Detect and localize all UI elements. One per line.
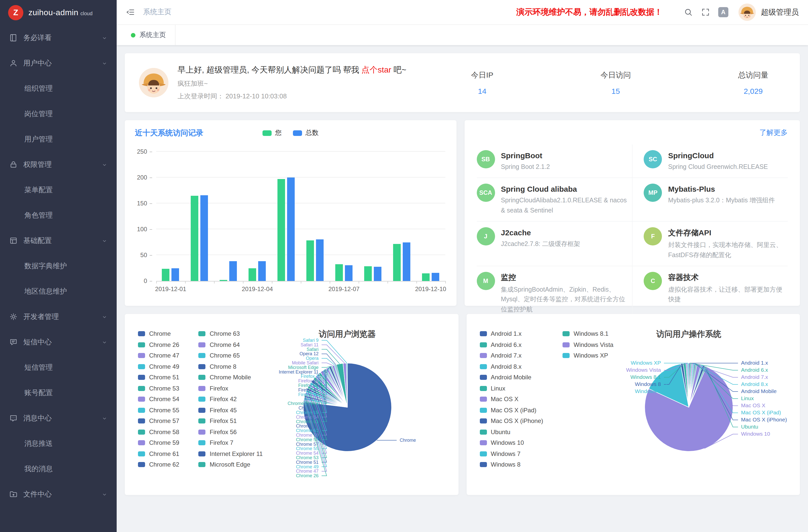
legend-item[interactable]: Chrome (138, 331, 179, 336)
legend-label: 您 (275, 128, 282, 137)
sidebar-item[interactable]: 角色管理 (0, 203, 117, 228)
legend-item[interactable]: Android 8.x (480, 364, 543, 369)
legend-label: Chrome 63 (210, 330, 240, 337)
legend-swatch (199, 418, 206, 423)
legend-item[interactable]: Chrome 61 (138, 451, 179, 456)
legend-item[interactable]: Chrome 62 (138, 462, 179, 467)
brand-logo[interactable]: Z zuihou-admincloud (0, 0, 117, 25)
legend-item[interactable]: Chrome 55 (138, 407, 179, 412)
legend-item[interactable]: Windows Vista (563, 342, 613, 347)
legend-item[interactable]: Chrome 8 (199, 364, 263, 369)
sidebar-item[interactable]: 基础配置 (0, 228, 117, 254)
legend-item[interactable]: Firefox 7 (199, 440, 263, 445)
legend-item[interactable]: Mac OS X (iPhone) (480, 418, 543, 423)
legend-item[interactable]: Internet Explorer 11 (199, 451, 263, 456)
feature-item[interactable]: SCASpring Cloud alibabaSpringCloudAlibab… (477, 178, 632, 222)
legend-item[interactable]: Android Mobile (480, 375, 543, 380)
legend-item[interactable]: Chrome 63 (199, 331, 263, 336)
legend-item[interactable]: Android 1.x (480, 331, 543, 336)
pie-label-line (321, 363, 333, 365)
sidebar-item[interactable]: 消息中心 (0, 406, 117, 431)
star-link[interactable]: 点个star (362, 65, 391, 74)
fullscreen-icon[interactable] (701, 7, 710, 17)
user-menu[interactable]: 超级管理员 (738, 3, 799, 21)
feature-text: SpringCloudSpring Cloud Greenwich.RELEAS… (668, 150, 768, 172)
sidebar-item[interactable]: 权限管理 (0, 152, 117, 178)
tab-home[interactable]: 系统主页 (122, 25, 176, 45)
legend-swatch (480, 407, 487, 412)
legend-item[interactable]: Firefox 45 (199, 407, 263, 412)
legend-item[interactable]: Android 6.x (480, 342, 543, 347)
search-icon[interactable] (684, 7, 693, 17)
legend-item[interactable]: Chrome Mobile (199, 375, 263, 380)
legend-label: Chrome 55 (149, 406, 179, 414)
legend-item[interactable]: Firefox 56 (199, 429, 263, 434)
legend-item[interactable]: Windows 10 (480, 440, 543, 445)
sidebar-item[interactable]: 文件中心 (0, 482, 117, 507)
greeting-subtitle: 疯狂加班~ (178, 79, 406, 88)
legend-item[interactable]: Chrome 58 (138, 429, 179, 434)
sidebar-item[interactable]: 岗位管理 (0, 102, 117, 127)
legend-item[interactable]: Chrome 64 (199, 342, 263, 347)
legend-item[interactable]: Chrome 54 (138, 397, 179, 402)
legend-item[interactable]: 您 (262, 128, 282, 137)
sms-icon (9, 338, 18, 347)
feature-item[interactable]: MPMybatis-PlusMybatis-plus 3.2.0：Mybatis… (632, 178, 788, 222)
legend-item[interactable]: Chrome 26 (138, 342, 179, 347)
legend-item[interactable]: Chrome 57 (138, 418, 179, 423)
sidebar-item[interactable]: 账号配置 (0, 380, 117, 406)
sidebar-item[interactable]: 我的消息 (0, 456, 117, 482)
sidebar-item-label: 务必详看 (23, 34, 52, 42)
feature-item[interactable]: SBSpringBootSpring Boot 2.1.2 (477, 145, 632, 178)
legend-label: Mac OS X (iPad) (491, 406, 536, 414)
legend-item[interactable]: Mac OS X (iPad) (480, 407, 543, 412)
legend-item[interactable]: Android 7.x (480, 353, 543, 358)
legend-item[interactable]: Windows 8.1 (563, 331, 613, 336)
main-column: 系统主页 演示环境维护不易，请勿乱删乱改数据！ A 超级管理员 系统主页 (117, 0, 808, 532)
sidebar-item[interactable]: 菜单配置 (0, 178, 117, 203)
feature-item[interactable]: C容器技术虚拟化容器技术，让迁移、部署更加方便快捷 (632, 266, 788, 320)
legend-item[interactable]: Ubuntu (480, 429, 543, 434)
legend-item[interactable]: 总数 (293, 128, 319, 137)
legend-item[interactable]: Firefox (199, 386, 263, 391)
feature-item[interactable]: M监控集成SpringBootAdmin、Zipkin、Redis、Mysql、… (477, 266, 632, 320)
legend-item[interactable]: Chrome 59 (138, 440, 179, 445)
legend-item[interactable]: Windows 8 (480, 462, 543, 467)
stat: 总访问量2,029 (738, 70, 768, 95)
feature-desc: 虚拟化容器技术，让迁移、部署更加方便快捷 (668, 285, 783, 305)
sidebar-item[interactable]: 短信管理 (0, 355, 117, 380)
feature-item[interactable]: F文件存储API封装文件接口，实现本地存储、阿里云、FastDFS存储的配置化 (632, 222, 788, 266)
sidebar-item[interactable]: 用户管理 (0, 127, 117, 152)
feature-item[interactable]: JJ2cacheJ2cache2.7.8: 二级缓存框架 (477, 222, 632, 266)
feature-badge: M (477, 272, 495, 290)
learn-more-link[interactable]: 了解更多 (759, 128, 788, 137)
sidebar-item[interactable]: 短信中心 (0, 330, 117, 355)
legend-item[interactable]: Firefox 51 (199, 418, 263, 423)
legend-swatch (563, 353, 570, 358)
sidebar-item[interactable]: 数据字典维护 (0, 254, 117, 279)
sidebar-item[interactable]: 开发者管理 (0, 304, 117, 330)
sidebar-item[interactable]: 消息推送 (0, 431, 117, 456)
legend-item[interactable]: Microsoft Edge (199, 462, 263, 467)
legend-item[interactable]: Windows 7 (480, 451, 543, 456)
legend-item[interactable]: Linux (480, 386, 543, 391)
legend-item[interactable]: Chrome 65 (199, 353, 263, 358)
legend-item[interactable]: Windows XP (563, 353, 613, 358)
legend-item[interactable]: Firefox 42 (199, 397, 263, 402)
sidebar-item-label: 菜单配置 (24, 186, 53, 195)
sidebar-item[interactable]: 务必详看 (0, 25, 117, 51)
feature-title: Mybatis-Plus (668, 185, 775, 194)
font-size-icon[interactable]: A (718, 7, 728, 17)
breadcrumb[interactable]: 系统主页 (143, 7, 171, 17)
legend-item[interactable]: Chrome 51 (138, 375, 179, 380)
legend-item[interactable]: Chrome 49 (138, 364, 179, 369)
collapse-sidebar-icon[interactable] (126, 7, 135, 17)
feature-item[interactable]: SCSpringCloudSpring Cloud Greenwich.RELE… (632, 145, 788, 178)
legend-item[interactable]: Chrome 53 (138, 386, 179, 391)
sidebar-item[interactable]: 地区信息维护 (0, 279, 117, 304)
legend-item[interactable]: Chrome 47 (138, 353, 179, 358)
feature-title: SpringCloud (668, 151, 768, 160)
sidebar-item[interactable]: 用户中心 (0, 51, 117, 76)
legend-item[interactable]: Mac OS X (480, 397, 543, 402)
sidebar-item[interactable]: 组织管理 (0, 76, 117, 102)
